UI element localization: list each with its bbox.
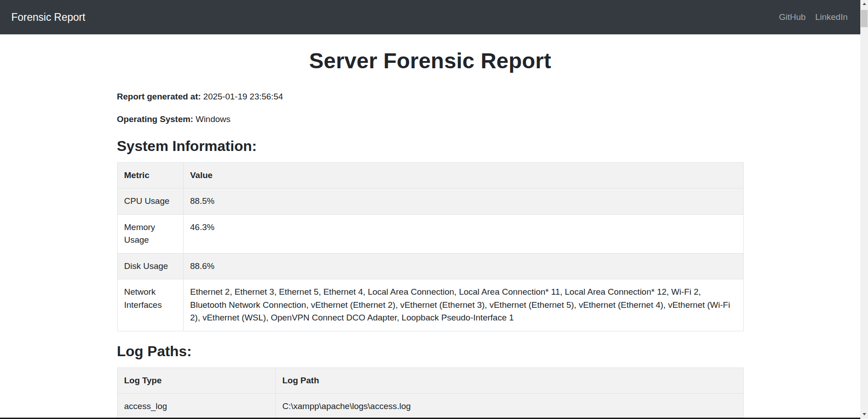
report-generated-line: Report generated at: 2025-01-19 23:56:54 [117, 90, 744, 104]
table-cell: Ethernet 2, Ethernet 3, Ethernet 5, Ethe… [183, 279, 743, 331]
column-header: Value [183, 162, 743, 188]
table-cell: CPU Usage [117, 188, 183, 215]
report-generated-label: Report generated at: [117, 92, 201, 101]
navbar: Forensic Report GitHub LinkedIn [0, 0, 860, 34]
nav-link-linkedin[interactable]: LinkedIn [815, 12, 848, 22]
scroll-up-icon [863, 3, 866, 5]
table-cell: Network Interfaces [117, 279, 183, 331]
table-row: Disk Usage88.6% [117, 253, 743, 279]
table-header-row: MetricValue [117, 162, 743, 188]
table-cell: C:\xampp\apache\logs\access.log [275, 394, 743, 419]
table-cell: Disk Usage [117, 253, 183, 279]
scrollbar-down-button[interactable] [860, 410, 868, 418]
navbar-brand[interactable]: Forensic Report [11, 11, 85, 24]
table-cell: 88.6% [183, 253, 743, 279]
column-header: Metric [117, 162, 183, 188]
table-cell: access_log [117, 394, 275, 419]
operating-system-value: Windows [196, 114, 231, 124]
log-paths-table: Log TypeLog Pathaccess_logC:\xampp\apach… [117, 367, 744, 419]
report-container: Server Forensic Report Report generated … [117, 34, 744, 419]
scrollbar-thumb[interactable] [861, 10, 868, 27]
column-header: Log Path [275, 367, 743, 394]
scroll-down-icon [863, 413, 866, 415]
vertical-scrollbar[interactable] [860, 0, 868, 419]
report-generated-value: 2025-01-19 23:56:54 [203, 92, 283, 101]
table-header-row: Log TypeLog Path [117, 367, 743, 394]
page: Forensic Report GitHub LinkedIn Server F… [0, 0, 860, 419]
scrollbar-up-button[interactable] [860, 0, 868, 8]
column-header: Log Type [117, 367, 275, 394]
table-row: Network InterfacesEthernet 2, Ethernet 3… [117, 279, 743, 331]
table-cell: Memory Usage [117, 214, 183, 253]
table-row: access_logC:\xampp\apache\logs\access.lo… [117, 394, 743, 419]
system-information-table: MetricValueCPU Usage88.5%Memory Usage46.… [117, 162, 744, 331]
nav-link-github[interactable]: GitHub [779, 12, 806, 22]
page-title: Server Forensic Report [117, 48, 744, 74]
table-cell: 88.5% [183, 188, 743, 215]
log-paths-heading: Log Paths: [117, 342, 744, 360]
system-information-heading: System Information: [117, 137, 744, 155]
table-row: CPU Usage88.5% [117, 188, 743, 215]
table-cell: 46.3% [183, 214, 743, 253]
operating-system-label: Operating System: [117, 114, 193, 124]
table-row: Memory Usage46.3% [117, 214, 743, 253]
operating-system-line: Operating System: Windows [117, 113, 744, 126]
navbar-links: GitHub LinkedIn [779, 12, 848, 22]
